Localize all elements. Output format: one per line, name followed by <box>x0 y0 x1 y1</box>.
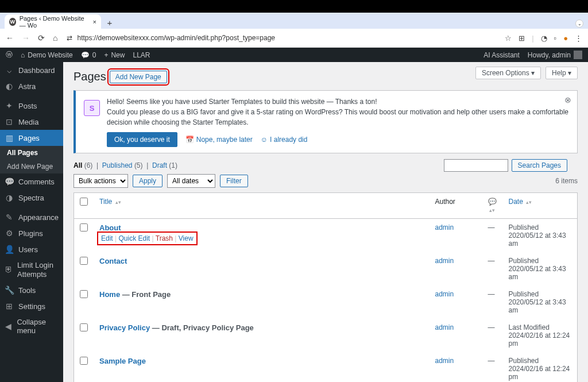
items-count-top: 6 items <box>555 177 578 185</box>
search-input[interactable] <box>444 159 508 172</box>
apply-button-top[interactable]: Apply <box>133 175 163 187</box>
url-bar[interactable]: ⇄ https://demowebsitexxx.com/wp-admin/ed… <box>63 34 499 42</box>
ok-deserve-button[interactable]: Ok, you deserve it <box>107 132 177 147</box>
table-row: AboutEdit | Quick Edit | Trash | Viewadm… <box>74 219 578 253</box>
llar-link[interactable]: LLAR <box>133 51 150 59</box>
author-link[interactable]: admin <box>435 323 454 331</box>
author-link[interactable]: admin <box>435 223 454 231</box>
filter-draft[interactable]: Draft <box>152 161 167 169</box>
star-icon[interactable]: ☆ <box>505 34 512 43</box>
back-icon[interactable]: ← <box>6 33 14 43</box>
site-link[interactable]: ⌂ Demo Website <box>21 51 73 59</box>
author-link[interactable]: admin <box>435 257 454 265</box>
dashboard-icon: ⌵ <box>5 65 14 75</box>
page-title: Pages <box>74 70 106 83</box>
page-title-link[interactable]: Contact <box>99 257 127 265</box>
spectra-icon: ◑ <box>5 193 14 202</box>
pages-table: Title ▴▾ Author 💬 ▴▾ Date ▴▾ AboutEdit |… <box>74 192 578 382</box>
sidebar-item-tools[interactable]: 🔧Tools <box>0 282 63 298</box>
sort-icon: ▴▾ <box>115 201 121 204</box>
sidebar-item-posts[interactable]: ✦Posts <box>0 98 63 114</box>
screen-options-button[interactable]: Screen Options ▾ <box>475 67 541 79</box>
quick-edit-link[interactable]: Quick Edit <box>118 234 150 242</box>
sidebar-item-media[interactable]: ⊡Media <box>0 114 63 130</box>
row-checkbox[interactable] <box>80 257 88 265</box>
author-link[interactable]: admin <box>435 357 454 365</box>
side-panel-icon[interactable]: ◔ <box>541 34 547 43</box>
forward-icon[interactable]: → <box>22 33 30 43</box>
tabs-dropdown-icon[interactable]: ⌄ <box>575 20 583 28</box>
sidebar-item-settings[interactable]: ⊞Settings <box>0 298 63 314</box>
avatar-icon <box>574 51 582 59</box>
ai-assistant-link[interactable]: AI Assistant <box>483 51 520 59</box>
bulk-actions-select[interactable]: Bulk actions <box>74 174 128 188</box>
tab-title: Pages ‹ Demo Website — Wo <box>20 15 90 29</box>
row-checkbox[interactable] <box>80 323 88 331</box>
calendar-icon: 📅 <box>185 134 194 145</box>
date-cell: Published2020/05/12 at 3:43 am <box>503 219 578 253</box>
trash-link[interactable]: Trash <box>156 234 173 242</box>
col-author: Author <box>430 193 482 219</box>
new-tab-button[interactable]: + <box>103 16 116 29</box>
browser-tab[interactable]: W Pages ‹ Demo Website — Wo × <box>5 14 101 29</box>
notice-line1: Hello! Seems like you have used Starter … <box>107 97 569 107</box>
home-icon[interactable]: ⌂ <box>53 33 57 43</box>
sidebar-item-spectra[interactable]: ◑Spectra <box>0 190 63 206</box>
help-button[interactable]: Help ▾ <box>546 67 578 79</box>
shield-icon: ⛨ <box>5 265 13 275</box>
sidebar-item-appearance[interactable]: ✎Appearance <box>0 209 63 225</box>
nope-later-link[interactable]: 📅Nope, maybe later <box>185 134 253 145</box>
author-link[interactable]: admin <box>435 290 454 298</box>
comments-cell: — <box>482 319 503 352</box>
submenu-add-new-page[interactable]: Add New Page <box>0 160 63 173</box>
menu-icon[interactable]: ⋮ <box>575 34 582 43</box>
wrench-icon: 🔧 <box>5 285 14 295</box>
filter-published[interactable]: Published <box>102 161 133 169</box>
filter-button[interactable]: Filter <box>220 175 248 187</box>
sidebar-item-astra[interactable]: ◐Astra <box>0 78 63 94</box>
reload-icon[interactable]: ⟳ <box>38 33 45 43</box>
wp-logo-icon[interactable]: ⓦ <box>6 50 13 60</box>
comments-link[interactable]: 💬 0 <box>81 51 96 59</box>
table-row: Contactadmin—Published2020/05/12 at 3:43… <box>74 252 578 285</box>
table-row: Home — Front Pageadmin—Published2020/05/… <box>74 285 578 319</box>
close-tab-icon[interactable]: × <box>93 18 96 25</box>
sidebar-item-dashboard[interactable]: ⌵Dashboard <box>0 62 63 78</box>
sidebar-item-users[interactable]: 👤Users <box>0 241 63 257</box>
col-title[interactable]: Title ▴▾ <box>94 193 430 219</box>
page-title-link[interactable]: Privacy Policy — Draft, Privacy Policy P… <box>99 323 254 332</box>
col-comments[interactable]: 💬 ▴▾ <box>482 193 503 219</box>
col-date[interactable]: Date ▴▾ <box>503 193 578 219</box>
comments-cell: — <box>482 352 503 382</box>
page-title-link[interactable]: About <box>99 223 121 232</box>
page-title-link[interactable]: Home — Front Page <box>99 290 171 299</box>
dismiss-notice-icon[interactable]: ⊗ <box>564 95 571 105</box>
dates-select[interactable]: All dates <box>167 174 215 188</box>
sidebar-item-plugins[interactable]: ⚙Plugins <box>0 225 63 241</box>
row-checkbox[interactable] <box>80 357 88 365</box>
profile-icon[interactable]: ● <box>563 34 568 43</box>
table-row: Privacy Policy — Draft, Privacy Policy P… <box>74 319 578 352</box>
sidebar-collapse[interactable]: ◀Collapse menu <box>0 314 63 338</box>
extensions-icon[interactable]: ⊞ <box>519 34 525 43</box>
smile-icon: ☺ <box>261 134 268 145</box>
new-link[interactable]: + New <box>104 51 125 59</box>
view-link[interactable]: View <box>179 234 194 242</box>
submenu-all-pages[interactable]: All Pages <box>0 146 63 160</box>
panel-icon[interactable]: ▫ <box>554 34 557 43</box>
row-checkbox[interactable] <box>80 223 88 231</box>
page-title-link[interactable]: Sample Page <box>99 357 146 365</box>
account-link[interactable]: Howdy, admin <box>528 51 582 59</box>
sidebar-item-comments[interactable]: 💬Comments <box>0 173 63 190</box>
sidebar-item-limit-login[interactable]: ⛨Limit Login Attempts <box>0 257 63 282</box>
user-icon: 👤 <box>5 245 14 254</box>
select-all-top[interactable] <box>80 198 88 206</box>
search-button[interactable]: Search Pages <box>512 159 567 172</box>
astra-icon: ◐ <box>5 82 14 91</box>
add-new-page-button[interactable]: Add New Page <box>110 71 167 83</box>
row-checkbox[interactable] <box>80 290 88 298</box>
sidebar-item-pages[interactable]: ▥Pages <box>0 130 63 146</box>
site-settings-icon[interactable]: ⇄ <box>67 34 72 42</box>
already-did-link[interactable]: ☺I already did <box>261 134 308 145</box>
edit-link[interactable]: Edit <box>101 234 113 242</box>
